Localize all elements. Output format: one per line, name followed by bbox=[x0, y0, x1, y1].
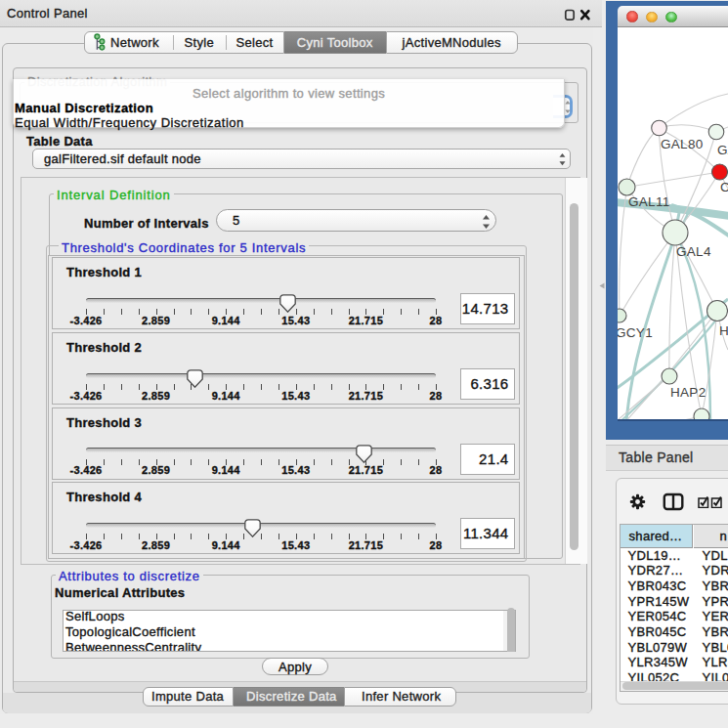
svg-text:GAL4: GAL4 bbox=[676, 244, 711, 259]
svg-text:H: H bbox=[719, 323, 728, 338]
svg-text:GAL11: GAL11 bbox=[628, 194, 670, 209]
svg-text:GAL80: GAL80 bbox=[661, 137, 704, 151]
svg-text:C: C bbox=[720, 180, 728, 194]
svg-text:HAP2: HAP2 bbox=[670, 385, 706, 400]
svg-text:GA: GA bbox=[717, 143, 728, 157]
svg-text:GCY1: GCY1 bbox=[618, 325, 653, 340]
